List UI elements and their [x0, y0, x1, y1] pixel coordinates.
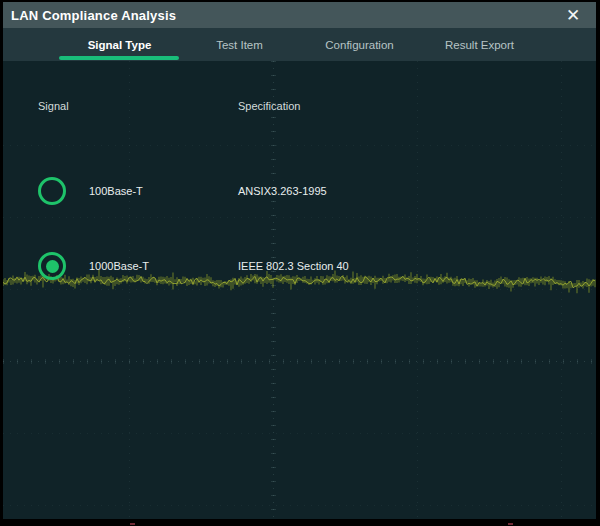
graticule-hline: [3, 433, 596, 434]
radio-dot: [46, 260, 59, 273]
tab-configuration-label: Configuration: [325, 39, 393, 51]
specification-label: ANSIX3.263-1995: [238, 185, 327, 197]
lan-compliance-dialog: LAN Compliance Analysis ✕ Signal Type Te…: [3, 2, 596, 519]
table-row: 100Base-T ANSIX3.263-1995: [3, 177, 596, 205]
graticule-hline: [3, 217, 596, 218]
tab-configuration[interactable]: Configuration: [299, 28, 420, 61]
tab-bar: Signal Type Test Item Configuration Resu…: [3, 28, 596, 61]
radio-100base-t[interactable]: [38, 177, 66, 205]
graticule-hticks: [3, 359, 596, 364]
graticule-hline: [3, 505, 596, 506]
dialog-title: LAN Compliance Analysis: [11, 8, 176, 23]
table-header-row: Signal Specification: [3, 100, 596, 116]
signal-label: 1000Base-T: [89, 260, 149, 272]
screen-bottom-strip: [0, 519, 600, 526]
specification-label: IEEE 802.3 Section 40: [238, 260, 349, 272]
dialog-titlebar: LAN Compliance Analysis ✕: [3, 2, 596, 28]
bottom-marker: [508, 523, 513, 525]
active-tab-indicator: [59, 56, 179, 60]
radio-1000base-t[interactable]: [38, 252, 66, 280]
bottom-marker: [130, 523, 135, 525]
tab-test-item-label: Test Item: [216, 39, 263, 51]
tab-signal-type-label: Signal Type: [88, 39, 152, 51]
table-row: 1000Base-T IEEE 802.3 Section 40: [3, 252, 596, 280]
tab-result-export[interactable]: Result Export: [419, 28, 540, 61]
dialog-content: Signal Specification 100Base-T ANSIX3.26…: [3, 61, 596, 519]
signal-label: 100Base-T: [89, 185, 143, 197]
tab-result-export-label: Result Export: [445, 39, 514, 51]
column-header-signal: Signal: [38, 100, 69, 112]
tab-test-item[interactable]: Test Item: [179, 28, 300, 61]
graticule-hline: [3, 145, 596, 146]
close-icon[interactable]: ✕: [558, 2, 588, 28]
column-header-specification: Specification: [238, 100, 300, 112]
